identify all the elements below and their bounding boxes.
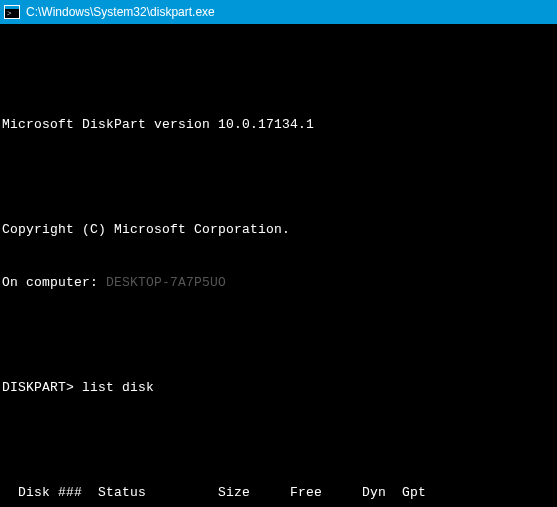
disk-table-header: Disk ### Status Size Free Dyn Gpt	[2, 484, 555, 502]
app-icon: >	[4, 4, 20, 20]
on-computer-label: On computer:	[2, 275, 106, 290]
console-line	[2, 63, 555, 81]
console-output[interactable]: Microsoft DiskPart version 10.0.17134.1 …	[0, 24, 557, 507]
copyright-line: Copyright (C) Microsoft Corporation.	[2, 221, 555, 239]
computer-name: DESKTOP-7A7P5UO	[106, 275, 226, 290]
computer-line: On computer: DESKTOP-7A7P5UO	[2, 274, 555, 292]
window-title: C:\Windows\System32\diskpart.exe	[26, 5, 215, 19]
console-line	[2, 168, 555, 186]
console-line	[2, 326, 555, 344]
version-line: Microsoft DiskPart version 10.0.17134.1	[2, 116, 555, 134]
window-titlebar[interactable]: > C:\Windows\System32\diskpart.exe	[0, 0, 557, 24]
prompt-list-disk: DISKPART> list disk	[2, 379, 555, 397]
console-line	[2, 432, 555, 450]
svg-text:>: >	[7, 9, 12, 18]
